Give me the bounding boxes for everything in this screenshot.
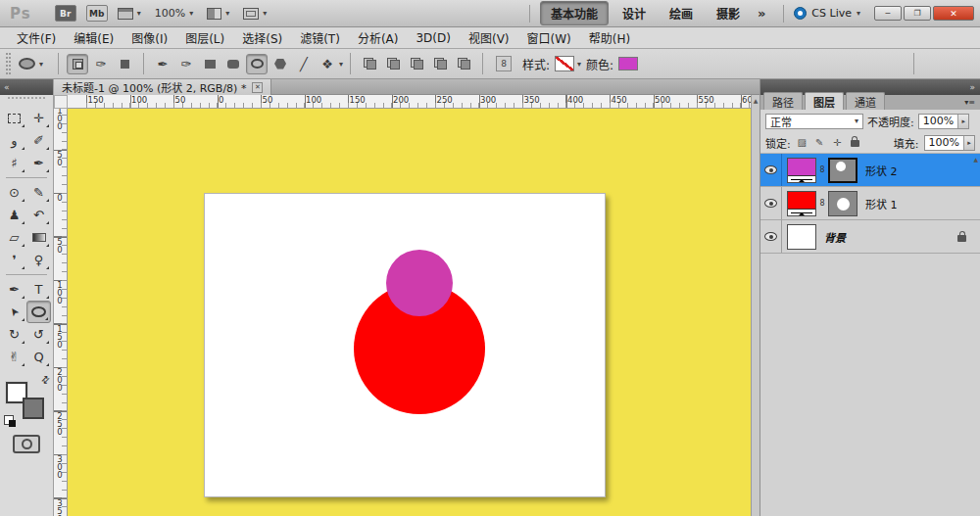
zoom-level-menu[interactable]: 100% ▾: [155, 7, 193, 20]
gradient-tool[interactable]: [26, 226, 51, 249]
3d-roll-tool[interactable]: ↺: [26, 323, 51, 346]
collapse-to-icons-icon[interactable]: »: [969, 82, 975, 92]
intersect-shape-area-button[interactable]: [429, 54, 451, 74]
menu-item-5[interactable]: 滤镜(T): [291, 27, 349, 48]
eyedropper-tool[interactable]: ✒: [26, 152, 51, 174]
close-button[interactable]: ✕: [933, 6, 974, 21]
opacity-input[interactable]: 100% ▸: [918, 114, 969, 129]
workspace-button-摄影[interactable]: 摄影: [707, 2, 750, 24]
layer-fill-thumbnail[interactable]: [787, 158, 816, 183]
menu-item-8[interactable]: 视图(V): [460, 27, 518, 48]
lasso-tool[interactable]: و: [2, 129, 26, 152]
new-shape-area-button[interactable]: [359, 54, 380, 74]
path-selection-tool[interactable]: ➤: [2, 301, 26, 323]
swap-colors-icon[interactable]: ⇄: [38, 373, 52, 387]
spinner-icon[interactable]: ▸: [963, 136, 974, 150]
freeform-pen-tool-button[interactable]: ✑: [175, 54, 197, 74]
rectangular-marquee-tool[interactable]: [2, 107, 26, 129]
tool-preset-picker[interactable]: ▾: [19, 58, 43, 70]
dropdown-arrow-icon[interactable]: ▾: [577, 60, 581, 69]
fill-input[interactable]: 100% ▸: [924, 135, 975, 151]
pen-tool[interactable]: ✒: [2, 278, 26, 301]
rectangle-tool-button[interactable]: [199, 54, 220, 74]
canvas-vertical-scrollbar[interactable]: ▲: [751, 95, 760, 516]
blur-tool[interactable]: ❜: [2, 249, 26, 271]
panel-tab-路径[interactable]: 路径: [763, 92, 803, 110]
dodge-tool[interactable]: ♀: [26, 249, 51, 271]
ellipse-tool[interactable]: [26, 301, 51, 323]
layer-row-背景[interactable]: 背景: [760, 220, 980, 254]
spinner-icon[interactable]: ▸: [957, 115, 968, 128]
minimize-button[interactable]: ─: [874, 6, 902, 21]
3d-rotate-tool[interactable]: ↻: [2, 323, 26, 346]
link-icon[interactable]: 8: [496, 56, 512, 71]
mini-bridge-button[interactable]: Mb: [86, 5, 108, 22]
menu-item-9[interactable]: 窗口(W): [518, 27, 580, 48]
cs-live-button[interactable]: CS Live ▾: [794, 7, 860, 20]
ellipse-tool-button[interactable]: [246, 54, 268, 74]
options-bar-grip[interactable]: [6, 53, 11, 74]
panel-tab-通道[interactable]: 通道: [846, 92, 885, 110]
lock-all-button[interactable]: [849, 136, 861, 149]
menu-item-1[interactable]: 编辑(E): [65, 27, 122, 48]
quick-selection-tool[interactable]: ✐: [26, 129, 51, 152]
color-swatch[interactable]: [618, 57, 638, 70]
style-swatch[interactable]: [555, 56, 574, 71]
menu-item-7[interactable]: 3D(D): [407, 29, 459, 47]
rounded-rectangle-tool-button[interactable]: [222, 54, 244, 74]
bridge-button[interactable]: Br: [55, 5, 76, 22]
panel-tab-图层[interactable]: 图层: [805, 92, 844, 110]
canvas-viewport[interactable]: [68, 109, 751, 516]
dropdown-arrow-icon[interactable]: ▾: [339, 60, 343, 69]
layers-scroll-up-icon[interactable]: ▲: [973, 156, 978, 163]
brush-tool[interactable]: ✎: [26, 181, 51, 204]
hand-tool[interactable]: ✌: [2, 346, 26, 368]
launcher-menu[interactable]: ▾: [118, 8, 141, 20]
clone-stamp-tool[interactable]: ♟: [2, 204, 26, 226]
more-workspaces-button[interactable]: »: [758, 6, 765, 21]
quick-mask-button[interactable]: [13, 435, 40, 453]
lock-image-button[interactable]: ✎: [813, 137, 826, 148]
visibility-toggle[interactable]: [760, 187, 782, 219]
fill-pixels-button[interactable]: [114, 54, 135, 74]
arrange-documents-menu[interactable]: ▾: [207, 8, 229, 20]
menu-item-4[interactable]: 选择(S): [233, 27, 291, 48]
panel-menu-icon[interactable]: ▾≡: [964, 98, 975, 107]
visibility-toggle[interactable]: [760, 220, 782, 253]
screen-mode-menu[interactable]: ▾: [243, 8, 267, 20]
default-colors-icon[interactable]: [4, 415, 14, 425]
vector-mask-thumbnail[interactable]: [828, 158, 858, 183]
vector-mask-thumbnail[interactable]: [828, 191, 858, 216]
layer-fill-thumbnail[interactable]: [787, 191, 816, 216]
blend-mode-dropdown[interactable]: 正常 ▾: [765, 114, 863, 129]
move-tool[interactable]: ✛: [26, 107, 51, 129]
menu-item-10[interactable]: 帮助(H): [580, 27, 639, 48]
crop-tool[interactable]: ♯: [2, 152, 26, 174]
menu-item-2[interactable]: 图像(I): [122, 27, 176, 48]
scroll-up-icon[interactable]: ▲: [752, 95, 760, 104]
workspace-button-设计[interactable]: 设计: [612, 2, 656, 24]
tools-grip[interactable]: [8, 97, 45, 105]
layer-thumbnail[interactable]: [787, 224, 816, 250]
healing-brush-tool[interactable]: ⊙: [2, 181, 26, 204]
pen-tool-button[interactable]: ✒: [152, 54, 173, 74]
history-brush-tool[interactable]: ↶: [26, 204, 51, 226]
shape-layers-button[interactable]: [67, 54, 88, 74]
document-tab[interactable]: 未标题-1 @ 100% (形状 2, RGB/8) * ✕: [54, 79, 271, 95]
type-tool[interactable]: T: [26, 278, 51, 301]
menu-item-6[interactable]: 分析(A): [349, 27, 408, 48]
menu-item-3[interactable]: 图层(L): [176, 27, 233, 48]
tab-close-icon[interactable]: ✕: [252, 82, 263, 93]
layer-row-形状 1[interactable]: 8形状 1: [760, 187, 980, 220]
layer-row-形状 2[interactable]: 8形状 2: [760, 154, 980, 187]
subtract-shape-area-button[interactable]: [406, 54, 427, 74]
collapse-panel-icon[interactable]: «: [4, 82, 10, 92]
eraser-tool[interactable]: ▱: [2, 226, 26, 249]
workspace-button-基本功能[interactable]: 基本功能: [540, 1, 609, 25]
polygon-tool-button[interactable]: [270, 54, 291, 74]
custom-shape-tool-button[interactable]: ❖: [317, 54, 338, 74]
lock-position-button[interactable]: ✛: [831, 137, 844, 148]
paths-button[interactable]: ✑: [90, 54, 112, 74]
workspace-button-绘画[interactable]: 绘画: [660, 2, 703, 24]
add-shape-area-button[interactable]: [382, 54, 404, 74]
